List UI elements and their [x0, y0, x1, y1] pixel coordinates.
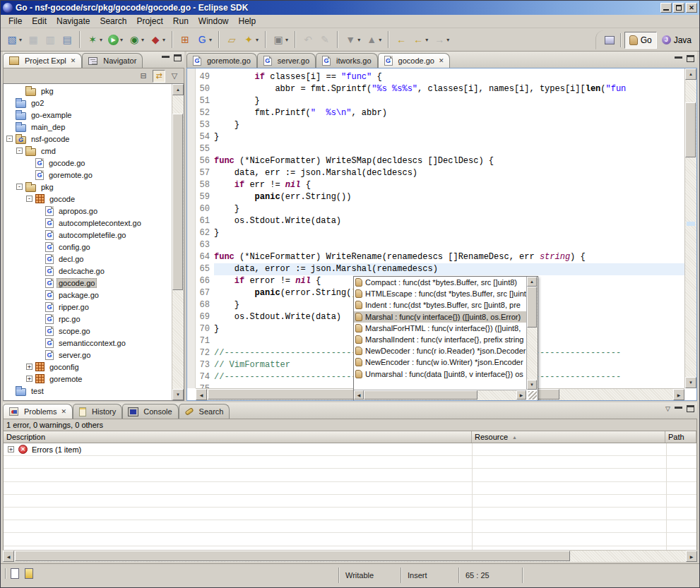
tree-item-autocompletecontext.go[interactable]: Gautocompletecontext.go	[4, 217, 172, 229]
tree-item-pkg[interactable]: pkg	[4, 85, 172, 97]
proposal-newdecoder[interactable]: NewDecoder : func(r io.Reader) *json.Dec…	[354, 345, 526, 356]
previous-annotation-button[interactable]: ▲▾	[363, 31, 384, 48]
tree-item-config.go[interactable]: Gconfig.go	[4, 241, 172, 253]
search-button[interactable]: ✦▾	[240, 31, 261, 48]
view-tab-console[interactable]: Console	[122, 404, 178, 419]
menu-item-search[interactable]: Search	[95, 16, 131, 27]
open-perspective-button[interactable]	[602, 32, 617, 48]
scrollbar-thumb[interactable]	[685, 102, 696, 157]
problems-horizontal-scrollbar[interactable]: ◀ ▶	[3, 550, 697, 562]
errors-group-row[interactable]: + ✕ Errors (1 item)	[4, 443, 696, 456]
scroll-up-icon[interactable]: ▲	[685, 68, 696, 80]
expander-icon[interactable]: -	[26, 196, 32, 202]
scroll-down-icon[interactable]: ▼	[527, 380, 537, 390]
proposal-marshalforhtml[interactable]: MarshalForHTML : func(v interface{}) ([]…	[354, 323, 526, 334]
tree-item-declcache.go[interactable]: Gdeclcache.go	[4, 265, 172, 277]
tree-item-cmd[interactable]: -cmd	[4, 145, 172, 157]
tree-item-server.go[interactable]: Gserver.go	[4, 349, 172, 361]
column-resource[interactable]: Resource▲	[472, 431, 665, 443]
dropdown-arrow-icon[interactable]: ▾	[285, 37, 288, 43]
scrollbar-thumb[interactable]	[527, 287, 537, 328]
tree-item-decl.go[interactable]: Gdecl.go	[4, 253, 172, 265]
close-button[interactable]: ✕	[686, 3, 697, 13]
scroll-left-icon[interactable]: ◀	[196, 389, 207, 400]
dropdown-arrow-icon[interactable]: ▾	[19, 37, 22, 43]
tree-item-rpc.go[interactable]: Grpc.go	[4, 313, 172, 325]
expander-icon[interactable]: -	[6, 136, 13, 142]
expander-icon[interactable]: +	[26, 376, 32, 382]
maximize-editor-button[interactable]	[687, 55, 694, 62]
dropdown-arrow-icon[interactable]: ▾	[256, 37, 259, 43]
fast-view-icon[interactable]	[11, 568, 19, 579]
popup-vertical-scrollbar[interactable]: ▲ ▼	[526, 277, 538, 390]
collapse-all-button[interactable]: ⊟	[137, 70, 150, 83]
run-button[interactable]: ▶▾	[105, 31, 126, 48]
menu-item-help[interactable]: Help	[234, 16, 261, 27]
expander-icon[interactable]: -	[16, 148, 23, 154]
scroll-right-icon[interactable]: ▶	[516, 390, 526, 400]
tree-item-go2[interactable]: go2	[4, 97, 172, 109]
scroll-right-icon[interactable]: ▶	[686, 551, 697, 562]
tab-navigator[interactable]: Navigator	[82, 53, 143, 68]
popup-horizontal-scrollbar[interactable]: ◀ ▶	[354, 390, 526, 400]
proposal-indent[interactable]: Indent : func(dst *bytes.Buffer, src []u…	[354, 299, 526, 311]
dropdown-arrow-icon[interactable]: ▾	[141, 37, 144, 43]
scroll-up-icon[interactable]: ▲	[172, 84, 184, 95]
editor-tab-server.go[interactable]: Gserver.go	[257, 53, 316, 68]
menu-item-run[interactable]: Run	[168, 16, 194, 27]
scrollbar-thumb[interactable]	[15, 551, 570, 561]
forward-button[interactable]: →▾	[431, 31, 452, 48]
dropdown-arrow-icon[interactable]: ▾	[379, 37, 381, 43]
editor-content[interactable]: 49 if classes[i] == "func" {50 abbr = fm…	[186, 68, 697, 401]
menu-item-navigate[interactable]: Navigate	[52, 16, 95, 27]
expand-icon[interactable]: +	[8, 446, 14, 452]
close-icon[interactable]: ✕	[69, 57, 76, 64]
scroll-down-icon[interactable]: ▼	[172, 389, 184, 400]
scroll-left-icon[interactable]: ◀	[3, 551, 14, 562]
tree-item-ripper.go[interactable]: Gripper.go	[4, 301, 172, 313]
column-path[interactable]: Path	[665, 431, 696, 443]
view-tab-problems[interactable]: Problems✕	[3, 404, 73, 419]
scroll-right-icon[interactable]: ▶	[673, 389, 684, 400]
new-go-element-button[interactable]: G▾	[194, 31, 215, 48]
close-icon[interactable]: ✕	[59, 408, 66, 415]
view-menu-button[interactable]: ▽	[665, 405, 670, 412]
maximize-button[interactable]	[673, 3, 684, 13]
tree-item-gocode[interactable]: -gocode	[4, 193, 172, 205]
editor-vertical-scrollbar[interactable]: ▲ ▼	[684, 68, 696, 388]
proposal-compact[interactable]: Compact : func(dst *bytes.Buffer, src []…	[354, 277, 526, 288]
tree-item-main_dep[interactable]: main_dep	[4, 121, 172, 133]
scroll-up-icon[interactable]: ▲	[527, 277, 537, 287]
import-button[interactable]: ▱	[223, 31, 240, 48]
print-button[interactable]: ▤	[59, 31, 76, 48]
proposal-unmarshal[interactable]: Unmarshal : func(data []uint8, v interfa…	[354, 368, 526, 380]
proposal-marshalindent[interactable]: MarshalIndent : func(v interface{}, pref…	[354, 334, 526, 345]
menu-item-edit[interactable]: Edit	[27, 16, 52, 27]
minimize-editor-button[interactable]	[675, 56, 682, 59]
popup-resize-grip[interactable]	[528, 391, 537, 400]
menu-item-window[interactable]: Window	[194, 16, 234, 27]
perspective-go-button[interactable]: Go	[624, 32, 657, 49]
proposal-newencoder[interactable]: NewEncoder : func(w io.Writer) *json.Enc…	[354, 356, 526, 368]
tree-item-test[interactable]: test	[4, 385, 172, 397]
minimize-view-button[interactable]	[675, 406, 682, 409]
scroll-left-icon[interactable]: ◀	[354, 390, 364, 400]
profile-button[interactable]: ◆▾	[147, 31, 168, 48]
minimize-view-button[interactable]	[162, 55, 170, 58]
expander-icon[interactable]: -	[16, 184, 23, 190]
tree-item-goremote.go[interactable]: Ggoremote.go	[4, 169, 172, 181]
scrollbar-thumb[interactable]	[172, 114, 183, 290]
new-package-button[interactable]: ⊞	[177, 31, 194, 48]
link-with-editor-button[interactable]: ⇄	[153, 70, 165, 83]
back-button[interactable]: ←▾	[410, 31, 431, 48]
tree-item-nsf-gocode[interactable]: -Gnsf-gocode	[4, 133, 172, 145]
editor-tab-goremote.go[interactable]: Ggoremote.go	[186, 53, 257, 68]
dropdown-arrow-icon[interactable]: ▾	[425, 37, 428, 43]
tree-item-scope.go[interactable]: Gscope.go	[4, 325, 172, 337]
view-menu-button[interactable]: ▽	[168, 70, 181, 83]
title-bar[interactable]: Go - nsf-gocode/src/pkg/gocode/gocode.go…	[1, 1, 699, 15]
column-description[interactable]: Description	[4, 431, 472, 443]
dropdown-arrow-icon[interactable]: ▾	[209, 37, 212, 43]
minimize-button[interactable]	[660, 3, 672, 13]
menu-item-file[interactable]: File	[4, 16, 27, 27]
